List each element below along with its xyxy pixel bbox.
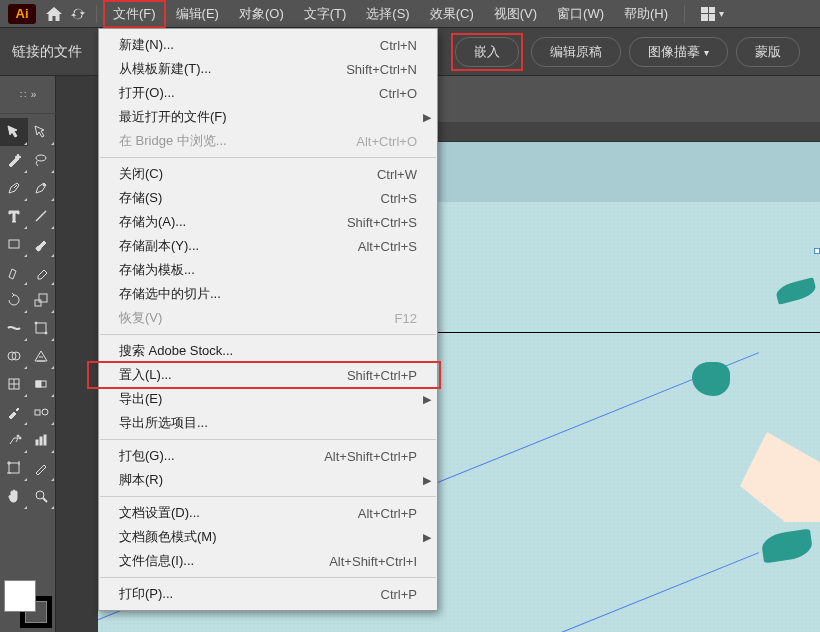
edit-original-button[interactable]: 编辑原稿	[531, 37, 621, 67]
menu-item[interactable]: 导出(E)▶	[99, 387, 437, 411]
svg-line-2	[36, 211, 46, 221]
menu-separator	[100, 439, 436, 440]
color-swatch[interactable]	[4, 580, 52, 628]
menu-效果[interactable]: 效果(C)	[420, 0, 484, 28]
menu-文字[interactable]: 文字(T)	[294, 0, 357, 28]
perspective-grid-tool[interactable]	[28, 342, 56, 370]
menu-item[interactable]: 从模板新建(T)...Shift+Ctrl+N	[99, 57, 437, 81]
menu-separator	[100, 157, 436, 158]
line-segment-tool[interactable]	[28, 202, 56, 230]
menu-item[interactable]: 存储副本(Y)...Alt+Ctrl+S	[99, 234, 437, 258]
svg-rect-6	[36, 323, 46, 333]
artwork-fish[interactable]	[760, 529, 813, 564]
column-graph-tool[interactable]	[28, 426, 56, 454]
gradient-tool[interactable]	[28, 370, 56, 398]
menu-item[interactable]: 存储(S)Ctrl+S	[99, 186, 437, 210]
menu-item-label: 文档颜色模式(M)	[119, 528, 217, 546]
svg-point-8	[45, 332, 47, 334]
svg-point-0	[36, 155, 46, 161]
menu-文件[interactable]: 文件(F)	[103, 0, 166, 28]
zoom-tool[interactable]	[28, 482, 56, 510]
eyedropper-tool[interactable]	[0, 398, 28, 426]
menu-item-label: 脚本(R)	[119, 471, 163, 489]
menu-窗口[interactable]: 窗口(W)	[547, 0, 614, 28]
artwork-arm[interactable]	[740, 432, 820, 522]
menu-item-label: 文件信息(I)...	[119, 552, 194, 570]
magic-wand-tool[interactable]	[0, 146, 28, 174]
menu-item[interactable]: 导出所选项目...	[99, 411, 437, 435]
menu-视图[interactable]: 视图(V)	[484, 0, 547, 28]
submenu-arrow-icon: ▶	[423, 111, 431, 124]
slice-tool[interactable]	[28, 454, 56, 482]
menu-item[interactable]: 打包(G)...Alt+Shift+Ctrl+P	[99, 444, 437, 468]
menubar: Ai 文件(F)编辑(E)对象(O)文字(T)选择(S)效果(C)视图(V)窗口…	[0, 0, 820, 28]
submenu-arrow-icon: ▶	[423, 474, 431, 487]
menu-对象[interactable]: 对象(O)	[229, 0, 294, 28]
shaper-tool[interactable]	[0, 258, 28, 286]
type-tool[interactable]	[0, 202, 28, 230]
menu-item[interactable]: 打开(O)...Ctrl+O	[99, 81, 437, 105]
artwork-fish[interactable]	[692, 362, 730, 396]
curvature-tool[interactable]	[28, 174, 56, 202]
menu-item[interactable]: 文档设置(D)...Alt+Ctrl+P	[99, 501, 437, 525]
embed-button[interactable]: 嵌入	[455, 37, 519, 67]
free-transform-tool[interactable]	[28, 314, 56, 342]
menu-item[interactable]: 新建(N)...Ctrl+N	[99, 33, 437, 57]
menu-item-shortcut: Ctrl+P	[381, 587, 417, 602]
home-icon[interactable]	[42, 7, 66, 21]
eraser-tool[interactable]	[28, 258, 56, 286]
menu-item-label: 新建(N)...	[119, 36, 174, 54]
menu-item-label: 存储为(A)...	[119, 213, 186, 231]
file-menu-dropdown: 新建(N)...Ctrl+N从模板新建(T)...Shift+Ctrl+N打开(…	[98, 28, 438, 611]
scale-tool[interactable]	[28, 286, 56, 314]
svg-rect-20	[44, 435, 46, 445]
menu-item[interactable]: 存储为(A)...Shift+Ctrl+S	[99, 210, 437, 234]
menu-item-label: 置入(L)...	[119, 366, 172, 384]
paintbrush-tool[interactable]	[28, 230, 56, 258]
menu-item[interactable]: 打印(P)...Ctrl+P	[99, 582, 437, 606]
artboard-tool[interactable]	[0, 454, 28, 482]
artwork-fish[interactable]	[774, 277, 817, 305]
menu-item[interactable]: 存储选中的切片...	[99, 282, 437, 306]
menu-item[interactable]: 搜索 Adobe Stock...	[99, 339, 437, 363]
menu-item[interactable]: 存储为模板...	[99, 258, 437, 282]
fill-swatch[interactable]	[4, 580, 36, 612]
menu-item-label: 在 Bridge 中浏览...	[119, 132, 227, 150]
linked-file-label: 链接的文件	[12, 43, 82, 61]
menu-item[interactable]: 关闭(C)Ctrl+W	[99, 162, 437, 186]
svg-rect-5	[39, 294, 47, 302]
menu-item-shortcut: Ctrl+O	[379, 86, 417, 101]
toolbar: ∷»	[0, 76, 56, 632]
menu-item[interactable]: 最近打开的文件(F)▶	[99, 105, 437, 129]
image-trace-button[interactable]: 图像描摹▾	[629, 37, 728, 67]
menu-item[interactable]: 脚本(R)▶	[99, 468, 437, 492]
shape-builder-tool[interactable]	[0, 342, 28, 370]
menu-item[interactable]: 置入(L)...Shift+Ctrl+P	[99, 363, 437, 387]
workspace-switcher[interactable]: ▾	[691, 0, 734, 28]
sync-icon[interactable]	[66, 7, 90, 21]
selection-handle[interactable]	[814, 248, 820, 254]
rectangle-tool[interactable]	[0, 230, 28, 258]
mesh-tool[interactable]	[0, 370, 28, 398]
blend-tool[interactable]	[28, 398, 56, 426]
lasso-tool[interactable]	[28, 146, 56, 174]
menu-item-label: 存储为模板...	[119, 261, 195, 279]
selection-tool[interactable]	[0, 118, 28, 146]
direct-selection-tool[interactable]	[28, 118, 56, 146]
toolbar-header[interactable]: ∷»	[0, 76, 56, 114]
svg-rect-21	[9, 463, 19, 473]
menu-item-shortcut: Alt+Shift+Ctrl+P	[324, 449, 417, 464]
rotate-tool[interactable]	[0, 286, 28, 314]
menu-item[interactable]: 文件信息(I)...Alt+Shift+Ctrl+I	[99, 549, 437, 573]
menu-item-shortcut: Alt+Ctrl+S	[358, 239, 417, 254]
menu-item[interactable]: 文档颜色模式(M)▶	[99, 525, 437, 549]
menu-选择[interactable]: 选择(S)	[356, 0, 419, 28]
menu-帮助[interactable]: 帮助(H)	[614, 0, 678, 28]
mask-button[interactable]: 蒙版	[736, 37, 800, 67]
menu-item-shortcut: F12	[395, 311, 417, 326]
width-tool[interactable]	[0, 314, 28, 342]
symbol-sprayer-tool[interactable]	[0, 426, 28, 454]
menu-编辑[interactable]: 编辑(E)	[166, 0, 229, 28]
hand-tool[interactable]	[0, 482, 28, 510]
pen-tool[interactable]	[0, 174, 28, 202]
